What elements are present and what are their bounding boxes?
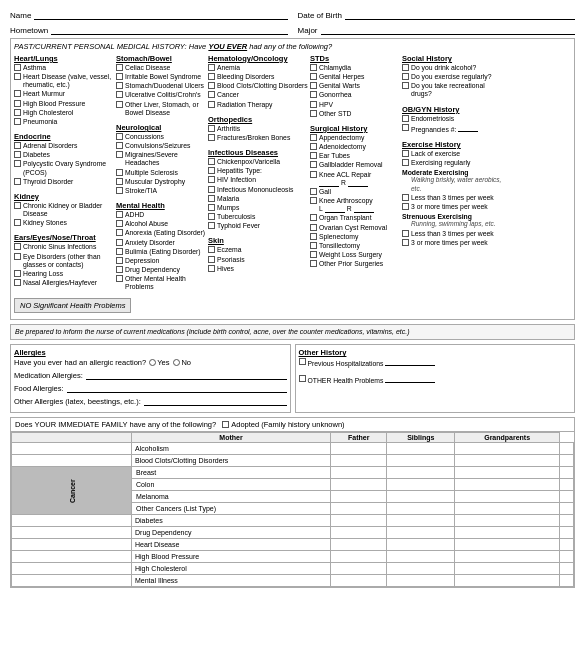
yes-option[interactable]: Yes <box>149 358 169 367</box>
table-cell[interactable] <box>560 455 574 467</box>
table-cell[interactable] <box>455 491 560 503</box>
checkbox[interactable] <box>116 275 123 282</box>
checkbox[interactable] <box>14 109 21 116</box>
checkbox[interactable] <box>116 229 123 236</box>
checkbox[interactable] <box>402 230 409 237</box>
other-allergy-underline[interactable] <box>144 396 287 406</box>
checkbox[interactable] <box>116 151 123 158</box>
checkbox[interactable] <box>402 82 409 89</box>
checkbox[interactable] <box>208 101 215 108</box>
table-cell[interactable] <box>387 539 455 551</box>
table-cell[interactable] <box>331 491 387 503</box>
checkbox[interactable] <box>310 171 317 178</box>
checkbox[interactable] <box>310 242 317 249</box>
hometown-underline[interactable] <box>51 23 287 35</box>
checkbox[interactable] <box>14 243 21 250</box>
table-cell[interactable] <box>387 527 455 539</box>
adopted-checkbox[interactable] <box>222 421 229 428</box>
table-cell[interactable] <box>560 563 574 575</box>
checkbox[interactable] <box>116 266 123 273</box>
table-cell[interactable] <box>455 479 560 491</box>
checkbox[interactable] <box>402 124 409 131</box>
table-cell[interactable] <box>560 551 574 563</box>
table-cell[interactable] <box>331 527 387 539</box>
checkbox[interactable] <box>402 239 409 246</box>
checkbox[interactable] <box>402 64 409 71</box>
table-cell[interactable] <box>331 443 387 455</box>
checkbox[interactable] <box>14 253 21 260</box>
checkbox[interactable] <box>310 161 317 168</box>
checkbox[interactable] <box>208 167 215 174</box>
table-cell[interactable] <box>560 443 574 455</box>
checkbox[interactable] <box>310 73 317 80</box>
checkbox[interactable] <box>14 202 21 209</box>
checkbox[interactable] <box>208 73 215 80</box>
checkbox[interactable] <box>14 118 21 125</box>
table-cell[interactable] <box>560 479 574 491</box>
checkbox[interactable] <box>116 239 123 246</box>
checkbox[interactable] <box>208 64 215 71</box>
checkbox[interactable] <box>208 158 215 165</box>
checkbox[interactable] <box>310 110 317 117</box>
checkbox[interactable] <box>14 142 21 149</box>
checkbox[interactable] <box>310 260 317 267</box>
table-cell[interactable] <box>387 515 455 527</box>
checkbox[interactable] <box>116 101 123 108</box>
checkbox[interactable] <box>299 375 306 382</box>
table-cell[interactable] <box>560 515 574 527</box>
dob-underline[interactable] <box>345 8 575 20</box>
checkbox[interactable] <box>402 159 409 166</box>
checkbox[interactable] <box>310 64 317 71</box>
table-cell[interactable] <box>560 539 574 551</box>
checkbox[interactable] <box>116 82 123 89</box>
checkbox[interactable] <box>14 64 21 71</box>
checkbox[interactable] <box>14 270 21 277</box>
checkbox[interactable] <box>402 194 409 201</box>
checkbox[interactable] <box>402 73 409 80</box>
checkbox[interactable] <box>208 176 215 183</box>
checkbox[interactable] <box>208 256 215 263</box>
table-cell[interactable] <box>455 467 560 479</box>
checkbox[interactable] <box>116 169 123 176</box>
table-cell[interactable] <box>387 479 455 491</box>
table-cell[interactable] <box>387 563 455 575</box>
checkbox[interactable] <box>116 64 123 71</box>
checkbox[interactable] <box>310 101 317 108</box>
checkbox[interactable] <box>208 82 215 89</box>
checkbox[interactable] <box>116 133 123 140</box>
table-cell[interactable] <box>560 527 574 539</box>
checkbox[interactable] <box>402 115 409 122</box>
med-underline[interactable] <box>86 370 287 380</box>
food-underline[interactable] <box>67 383 287 393</box>
checkbox[interactable] <box>116 257 123 264</box>
no-option[interactable]: No <box>173 358 191 367</box>
checkbox[interactable] <box>402 150 409 157</box>
checkbox[interactable] <box>310 197 317 204</box>
table-cell[interactable] <box>331 467 387 479</box>
checkbox[interactable] <box>310 143 317 150</box>
checkbox[interactable] <box>14 279 21 286</box>
checkbox[interactable] <box>116 211 123 218</box>
table-cell[interactable] <box>331 575 387 587</box>
checkbox[interactable] <box>14 151 21 158</box>
checkbox[interactable] <box>310 82 317 89</box>
table-cell[interactable] <box>455 527 560 539</box>
checkbox[interactable] <box>310 152 317 159</box>
table-cell[interactable] <box>560 467 574 479</box>
checkbox[interactable] <box>116 178 123 185</box>
checkbox[interactable] <box>208 265 215 272</box>
checkbox[interactable] <box>116 91 123 98</box>
table-cell[interactable] <box>331 563 387 575</box>
table-cell[interactable] <box>455 563 560 575</box>
checkbox[interactable] <box>310 251 317 258</box>
table-cell[interactable] <box>387 467 455 479</box>
yes-radio[interactable] <box>149 359 156 366</box>
table-cell[interactable] <box>387 503 455 515</box>
checkbox[interactable] <box>116 187 123 194</box>
table-cell[interactable] <box>331 515 387 527</box>
checkbox[interactable] <box>14 90 21 97</box>
name-underline[interactable] <box>34 8 287 20</box>
table-cell[interactable] <box>387 575 455 587</box>
checkbox[interactable] <box>208 195 215 202</box>
major-underline[interactable] <box>321 23 575 35</box>
